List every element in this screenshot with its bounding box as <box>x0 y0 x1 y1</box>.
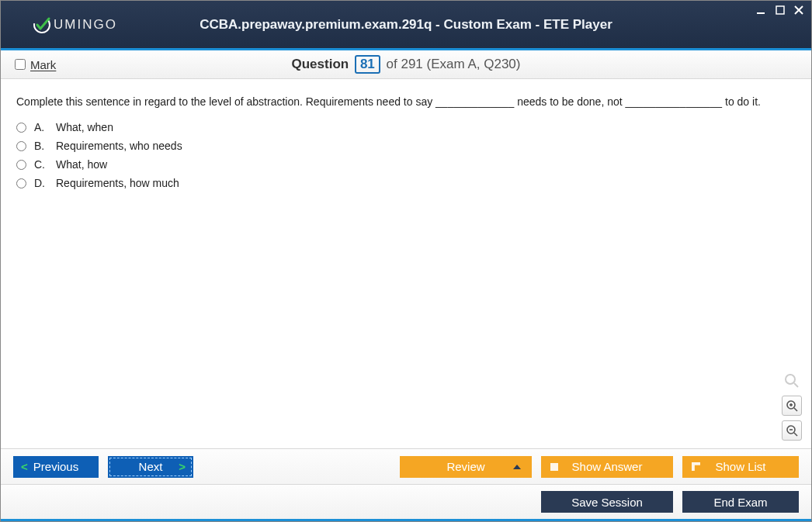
question-bar: Mark Question 81 of 291 (Exam A, Q230) <box>1 50 811 79</box>
answer-text: What, how <box>56 158 107 171</box>
answer-option[interactable]: C. What, how <box>16 158 796 171</box>
search-icon[interactable] <box>782 371 802 391</box>
show-list-label: Show List <box>715 460 765 473</box>
show-answer-button[interactable]: Show Answer <box>541 456 673 478</box>
mark-checkbox[interactable]: Mark <box>15 58 56 71</box>
app-logo: UMINGO <box>32 15 117 35</box>
previous-button[interactable]: < Previous <box>13 456 99 478</box>
review-label: Review <box>446 460 484 473</box>
end-exam-label: End Exam <box>713 496 767 509</box>
svg-line-4 <box>794 383 798 387</box>
checkmark-icon <box>32 15 52 35</box>
square-icon <box>550 463 558 471</box>
answer-letter: C. <box>34 158 48 171</box>
svg-line-6 <box>794 408 797 411</box>
answer-option[interactable]: A. What, when <box>16 121 796 133</box>
answer-radio[interactable] <box>16 141 26 151</box>
maximize-icon[interactable] <box>774 4 786 16</box>
list-icon <box>692 462 700 471</box>
show-answer-label: Show Answer <box>572 460 643 473</box>
answer-letter: D. <box>34 177 48 189</box>
question-word: Question <box>292 57 349 71</box>
save-session-button[interactable]: Save Session <box>541 491 673 513</box>
question-text: Complete this sentence in regard to the … <box>16 94 796 110</box>
svg-rect-1 <box>757 12 765 14</box>
mark-checkbox-input[interactable] <box>15 59 26 70</box>
answer-option[interactable]: B. Requirements, who needs <box>16 140 796 152</box>
answer-options: A. What, when B. Requirements, who needs… <box>16 121 796 189</box>
question-number: 81 <box>355 55 380 74</box>
side-tools <box>782 371 802 441</box>
answer-text: What, when <box>56 121 113 133</box>
save-session-label: Save Session <box>571 496 643 509</box>
svg-rect-2 <box>776 6 784 14</box>
answer-letter: B. <box>34 140 48 152</box>
mark-label: Mark <box>30 58 56 71</box>
triangle-up-icon <box>513 465 521 469</box>
show-list-button[interactable]: Show List <box>682 456 799 478</box>
window-title: CCBA.prepaway.premium.exam.291q - Custom… <box>1 17 811 33</box>
zoom-in-icon[interactable] <box>782 396 802 416</box>
app-logo-text: UMINGO <box>54 17 117 33</box>
close-icon[interactable] <box>793 4 805 16</box>
svg-point-3 <box>786 375 795 384</box>
answer-letter: A. <box>34 121 48 133</box>
question-suffix: of 291 (Exam A, Q230) <box>387 57 521 71</box>
answer-text: Requirements, how much <box>56 177 179 189</box>
next-label: Next <box>139 460 163 473</box>
answer-text: Requirements, who needs <box>56 140 182 152</box>
answer-radio[interactable] <box>16 160 26 170</box>
minimize-icon[interactable] <box>755 4 768 16</box>
chevron-right-icon: > <box>179 460 186 473</box>
footer-actions: Save Session End Exam <box>1 484 811 521</box>
title-bar: UMINGO CCBA.prepaway.premium.exam.291q -… <box>1 1 811 50</box>
previous-label: Previous <box>33 460 78 473</box>
end-exam-button[interactable]: End Exam <box>682 491 799 513</box>
question-indicator: Question 81 of 291 (Exam A, Q230) <box>1 55 811 74</box>
answer-radio[interactable] <box>16 123 26 133</box>
review-button[interactable]: Review <box>400 456 532 478</box>
window-controls <box>755 4 805 16</box>
question-content: Complete this sentence in regard to the … <box>1 81 811 447</box>
footer-nav: < Previous Next > Review Show Answer Sho… <box>1 448 811 484</box>
answer-radio[interactable] <box>16 178 26 188</box>
zoom-out-icon[interactable] <box>782 420 802 441</box>
chevron-left-icon: < <box>21 460 28 473</box>
svg-line-10 <box>794 433 797 436</box>
answer-option[interactable]: D. Requirements, how much <box>16 177 796 189</box>
next-button[interactable]: Next > <box>108 456 193 478</box>
